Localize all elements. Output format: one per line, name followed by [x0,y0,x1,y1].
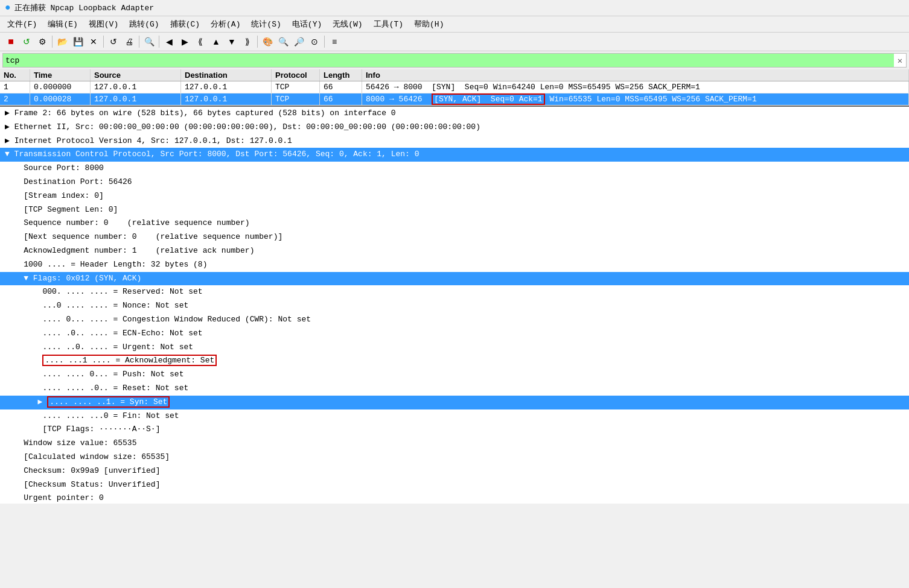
col-no: No. [0,69,30,81]
cell-length: 66 [320,93,362,105]
menu-phone[interactable]: 电话(Y) [287,17,327,31]
filter-close-button[interactable]: ✕ [894,54,906,66]
cell-protocol: TCP [272,81,320,93]
filter-bar: ✕ [2,53,907,68]
detail-cwr[interactable]: .... 0... .... = Congestion Window Reduc… [0,313,909,327]
detail-reset[interactable]: .... .... .0.. = Reset: Not set [0,382,909,396]
detail-ack-flag[interactable]: .... ...1 .... = Acknowledgment: Set [0,354,909,368]
filter-input[interactable] [3,54,894,67]
go-prev-button[interactable]: ▲ [209,34,223,49]
title-text: 正在捕获 Npcap Loopback Adapter [14,2,154,13]
menu-tools[interactable]: 工具(T) [369,17,408,31]
zoom-reset-button[interactable]: ⊙ [307,34,322,49]
detail-checksum-status[interactable]: [Checksum Status: Unverified] [0,478,909,492]
detail-checksum[interactable]: Checksum: 0x99a9 [unverified] [0,464,909,478]
cell-time: 0.000000 [30,81,91,93]
title-bar: ● 正在捕获 Npcap Loopback Adapter [0,0,909,16]
detail-tcp-flags[interactable]: [TCP Flags: ·······A··S·] [0,423,909,437]
detail-reserved[interactable]: 000. .... .... = Reserved: Not set [0,285,909,299]
menu-help[interactable]: 帮助(H) [409,17,448,31]
detail-tcp-seg-len[interactable]: [TCP Segment Len: 0] [0,203,909,217]
cell-protocol: TCP [272,93,320,105]
go-last-button[interactable]: ⟫ [240,34,255,49]
stop-capture-button[interactable]: ■ [4,34,18,49]
detail-src-port[interactable]: Source Port: 8000 [0,162,909,175]
expand-all-button[interactable]: ≡ [327,34,342,49]
zoom-in-button[interactable]: 🔍 [276,34,290,49]
detail-ip[interactable]: ▶ Internet Protocol Version 4, Src: 127.… [0,134,909,148]
detail-frame[interactable]: ▶ Frame 2: 66 bytes on wire (528 bits), … [0,107,909,121]
detail-urgent[interactable]: .... ..0. .... = Urgent: Not set [0,341,909,355]
menu-go[interactable]: 跳转(G) [124,17,164,31]
zoom-out-button[interactable]: 🔎 [292,34,306,49]
detail-seq-num[interactable]: Sequence number: 0 (relative sequence nu… [0,217,909,230]
cell-info: 8000 → 56426 [SYN, ACK] Seq=0 Ack=1 Win=… [362,93,909,105]
capture-options-button[interactable]: ⚙ [35,34,49,49]
open-file-button[interactable]: 📂 [55,34,69,49]
cell-length: 66 [320,81,362,93]
go-next-button[interactable]: ▼ [225,34,239,49]
detail-window-size[interactable]: Window size value: 65535 [0,437,909,450]
cell-info: 56426 → 8000 [SYN] Seq=0 Win=64240 Len=0… [362,81,909,93]
packet-detail: ▶ Frame 2: 66 bytes on wire (528 bits), … [0,106,909,504]
cell-destination: 127.0.0.1 [181,93,272,105]
cell-source: 127.0.0.1 [91,93,181,105]
packet-list-header: No. Time Source Destination Protocol Len… [0,69,909,81]
syn-ack-box: [SYN, ACK] Seq=0 Ack=1 [432,93,544,105]
close-file-button[interactable]: ✕ [86,34,101,49]
restart-capture-button[interactable]: ↺ [19,34,34,49]
detail-nonce[interactable]: ...0 .... .... = Nonce: Not set [0,299,909,313]
detail-calc-window[interactable]: [Calculated window size: 65535] [0,450,909,464]
separator-5 [257,36,258,48]
reload-button[interactable]: ↺ [106,34,121,49]
detail-ecn[interactable]: .... .0.. .... = ECN-Echo: Not set [0,327,909,341]
detail-flags-header[interactable]: ▼ Flags: 0x012 (SYN, ACK) [0,272,909,286]
detail-syn-flag[interactable]: ▶ .... .... ..1. = Syn: Set [0,396,909,409]
col-info: Info [362,69,909,81]
detail-push[interactable]: .... .... 0... = Push: Not set [0,368,909,382]
detail-ethernet[interactable]: ▶ Ethernet II, Src: 00:00:00_00:00:00 (0… [0,121,909,134]
menu-analyze[interactable]: 分析(A) [206,17,245,31]
col-source: Source [91,69,181,81]
expand-icon: ▶ [5,122,14,131]
col-protocol: Protocol [272,69,320,81]
menu-view[interactable]: 视图(V) [84,17,123,31]
col-length: Length [320,69,362,81]
expand-icon: ▶ [5,109,14,118]
separator-2 [103,36,104,48]
cell-destination: 127.0.0.1 [181,81,272,93]
packet-row-selected[interactable]: 2 0.000028 127.0.0.1 127.0.0.1 TCP 66 80… [0,93,909,106]
cell-no: 2 [0,93,30,105]
menu-file[interactable]: 文件(F) [2,17,42,31]
colorize-button[interactable]: 🎨 [260,34,275,49]
detail-header-len[interactable]: 1000 .... = Header Length: 32 bytes (8) [0,258,909,272]
detail-ack-num[interactable]: Acknowledgment number: 1 (relative ack n… [0,244,909,258]
menu-stats[interactable]: 统计(S) [246,17,285,31]
packet-row[interactable]: 1 0.000000 127.0.0.1 127.0.0.1 TCP 66 56… [0,81,909,93]
find-button[interactable]: 🔍 [142,34,156,49]
detail-urgent-ptr[interactable]: Urgent pointer: 0 [0,492,909,504]
go-forward-button[interactable]: ▶ [177,34,192,49]
cell-source: 127.0.0.1 [91,81,181,93]
menu-wireless[interactable]: 无线(W) [328,17,367,31]
title-icon: ● [5,2,11,13]
go-back-button[interactable]: ◀ [162,34,176,49]
save-file-button[interactable]: 💾 [71,34,85,49]
detail-next-seq[interactable]: [Next sequence number: 0 (relative seque… [0,230,909,244]
print-button[interactable]: 🖨 [122,34,136,49]
menu-edit[interactable]: 编辑(E) [43,17,82,31]
toolbar: ■ ↺ ⚙ 📂 💾 ✕ ↺ 🖨 🔍 ◀ ▶ ⟪ ▲ ▼ ⟫ 🎨 🔍 🔎 ⊙ ≡ [0,33,909,51]
cell-no: 1 [0,81,30,93]
go-first-button[interactable]: ⟪ [193,34,208,49]
packet-list: No. Time Source Destination Protocol Len… [0,69,909,106]
menu-capture[interactable]: 捕获(C) [165,17,205,31]
col-time: Time [30,69,91,81]
detail-stream-index[interactable]: [Stream index: 0] [0,189,909,203]
cell-time: 0.000028 [30,93,91,105]
detail-dst-port[interactable]: Destination Port: 56426 [0,175,909,189]
expand-icon: ▶ [5,136,14,145]
detail-tcp-header[interactable]: ▼ Transmission Control Protocol, Src Por… [0,148,909,162]
expand-icon: ▼ [5,150,14,159]
detail-fin[interactable]: .... .... ...0 = Fin: Not set [0,409,909,423]
col-destination: Destination [181,69,272,81]
